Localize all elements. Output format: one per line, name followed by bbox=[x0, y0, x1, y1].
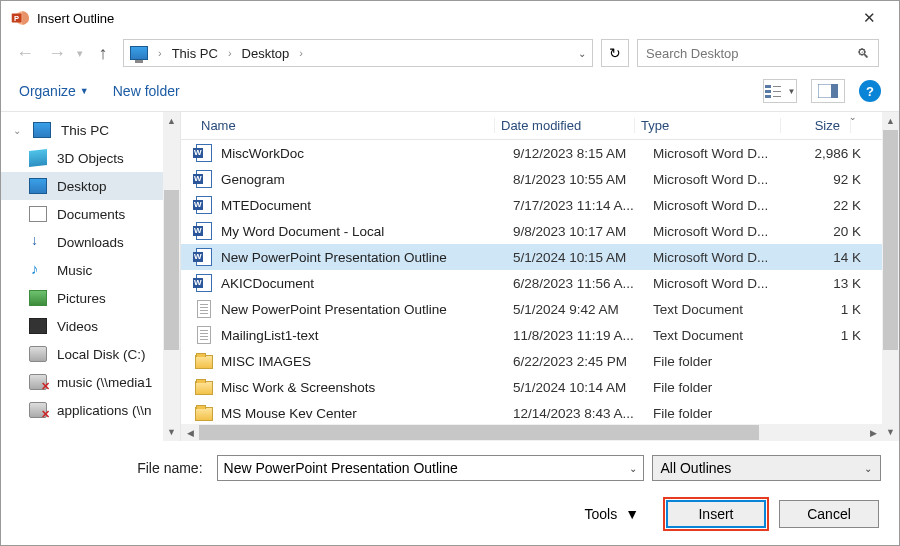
scroll-down-icon[interactable]: ▼ bbox=[167, 423, 176, 441]
nav-row: ← → ▾ ↑ › This PC › Desktop › ⌄ ↻ Search… bbox=[1, 35, 899, 71]
file-type: Microsoft Word D... bbox=[653, 198, 799, 213]
tools-menu[interactable]: Tools▼ bbox=[584, 506, 639, 522]
documents-icon bbox=[29, 206, 47, 222]
cancel-button[interactable]: Cancel bbox=[779, 500, 879, 528]
file-type: File folder bbox=[653, 406, 799, 421]
file-row[interactable]: MTEDocument7/17/2023 11:14 A...Microsoft… bbox=[181, 192, 899, 218]
chevron-down-icon: ▼ bbox=[625, 506, 639, 522]
title-bar: P Insert Outline ✕ bbox=[1, 1, 899, 35]
sidebar-item-network-music[interactable]: music (\\media1 bbox=[1, 368, 180, 396]
sidebar-item-downloads[interactable]: Downloads bbox=[1, 228, 180, 256]
insert-button[interactable]: Insert bbox=[666, 500, 766, 528]
scrollbar-thumb[interactable] bbox=[199, 425, 759, 440]
file-row[interactable]: Misc Work & Screenshots5/1/2024 10:14 AM… bbox=[181, 374, 899, 400]
recent-chevron-icon[interactable]: ▾ bbox=[77, 47, 83, 60]
file-row[interactable]: MiscWorkDoc9/12/2023 8:15 AMMicrosoft Wo… bbox=[181, 140, 899, 166]
new-folder-button[interactable]: New folder bbox=[113, 83, 180, 99]
file-name: Misc Work & Screenshots bbox=[221, 380, 513, 395]
file-name: MiscWorkDoc bbox=[221, 146, 513, 161]
powerpoint-icon: P bbox=[11, 9, 29, 27]
scrollbar-thumb[interactable] bbox=[164, 190, 179, 350]
bottom-controls: File name: New PowerPoint Presentation O… bbox=[1, 441, 899, 531]
preview-pane-button[interactable] bbox=[811, 79, 845, 103]
file-row[interactable]: AKICDocument6/28/2023 11:56 A...Microsof… bbox=[181, 270, 899, 296]
sidebar-item-network-apps[interactable]: applications (\\n bbox=[1, 396, 180, 424]
network-drive-icon bbox=[29, 374, 47, 390]
scroll-right-icon[interactable]: ▶ bbox=[864, 428, 882, 438]
file-row[interactable]: Genogram8/1/2023 10:55 AMMicrosoft Word … bbox=[181, 166, 899, 192]
file-row[interactable]: New PowerPoint Presentation Outline5/1/2… bbox=[181, 244, 899, 270]
nav-forward-button[interactable]: → bbox=[45, 43, 69, 64]
nav-back-button[interactable]: ← bbox=[13, 43, 37, 64]
text-doc-icon bbox=[195, 326, 213, 344]
column-header-date[interactable]: Date modified bbox=[495, 118, 635, 133]
sidebar-item-this-pc[interactable]: ⌄ This PC bbox=[1, 116, 180, 144]
breadcrumb-this-pc[interactable]: This PC bbox=[172, 46, 218, 61]
file-date: 8/1/2023 10:55 AM bbox=[513, 172, 653, 187]
file-type: Microsoft Word D... bbox=[653, 276, 799, 291]
sidebar-item-local-disk[interactable]: Local Disk (C:) bbox=[1, 340, 180, 368]
sidebar-item-desktop[interactable]: Desktop bbox=[1, 172, 180, 200]
sidebar-scrollbar[interactable]: ▲ ▼ bbox=[163, 112, 180, 441]
help-button[interactable]: ? bbox=[859, 80, 881, 102]
filename-input[interactable]: New PowerPoint Presentation Outline ⌄ bbox=[217, 455, 644, 481]
column-header-name[interactable]: Name bbox=[195, 118, 495, 133]
search-icon: 🔍︎ bbox=[857, 46, 870, 61]
file-row[interactable]: MS Mouse Kev Center12/14/2023 8:43 A...F… bbox=[181, 400, 899, 426]
file-date: 11/8/2023 11:19 A... bbox=[513, 328, 653, 343]
file-name: My Word Document - Local bbox=[221, 224, 513, 239]
nav-up-button[interactable]: ↑ bbox=[91, 43, 115, 64]
column-header-size[interactable]: Size bbox=[781, 118, 851, 133]
file-row[interactable]: New PowerPoint Presentation Outline5/1/2… bbox=[181, 296, 899, 322]
file-size: 1 K bbox=[799, 302, 861, 317]
svg-rect-8 bbox=[773, 96, 781, 97]
column-header-type[interactable]: Type bbox=[635, 118, 781, 133]
filename-label: File name: bbox=[19, 460, 209, 476]
close-button[interactable]: ✕ bbox=[849, 9, 889, 27]
file-type: Microsoft Word D... bbox=[653, 172, 799, 187]
svg-rect-10 bbox=[831, 84, 838, 98]
sidebar-item-3d-objects[interactable]: 3D Objects bbox=[1, 144, 180, 172]
chevron-down-icon[interactable]: ⌄ bbox=[864, 463, 872, 474]
file-row[interactable]: MISC IMAGES6/22/2023 2:45 PMFile folder bbox=[181, 348, 899, 374]
chevron-right-icon[interactable]: › bbox=[299, 47, 303, 59]
sidebar-item-label: 3D Objects bbox=[57, 151, 124, 166]
chevron-right-icon[interactable]: › bbox=[158, 47, 162, 59]
scroll-up-icon[interactable]: ▲ bbox=[167, 112, 176, 130]
file-type-filter[interactable]: All Outlines ⌄ bbox=[652, 455, 881, 481]
scroll-left-icon[interactable]: ◀ bbox=[181, 428, 199, 438]
file-row[interactable]: MailingList1-text11/8/2023 11:19 A...Tex… bbox=[181, 322, 899, 348]
scroll-down-icon[interactable]: ▼ bbox=[886, 423, 895, 441]
address-bar[interactable]: › This PC › Desktop › ⌄ bbox=[123, 39, 593, 67]
sidebar-item-label: Desktop bbox=[57, 179, 107, 194]
navigation-tree: ⌄ This PC 3D Objects Desktop Documents D… bbox=[1, 112, 181, 441]
view-options-button[interactable]: ▼ bbox=[763, 79, 797, 103]
refresh-button[interactable]: ↻ bbox=[601, 39, 629, 67]
chevron-down-icon[interactable]: ⌄ bbox=[629, 463, 637, 474]
sidebar-item-pictures[interactable]: Pictures bbox=[1, 284, 180, 312]
sidebar-item-documents[interactable]: Documents bbox=[1, 200, 180, 228]
expand-icon[interactable]: ⌄ bbox=[13, 125, 21, 136]
sidebar-item-label: Documents bbox=[57, 207, 125, 222]
organize-menu[interactable]: Organize▼ bbox=[19, 83, 89, 99]
sidebar-item-label: Downloads bbox=[57, 235, 124, 250]
address-dropdown-icon[interactable]: ⌄ bbox=[578, 48, 586, 59]
scroll-up-icon[interactable]: ▲ bbox=[886, 112, 895, 130]
file-list-vscrollbar[interactable]: ▲ ▼ bbox=[882, 112, 899, 441]
downloads-icon bbox=[29, 234, 47, 250]
file-date: 6/22/2023 2:45 PM bbox=[513, 354, 653, 369]
videos-icon bbox=[29, 318, 47, 334]
file-name: MailingList1-text bbox=[221, 328, 513, 343]
chevron-right-icon[interactable]: › bbox=[228, 47, 232, 59]
sidebar-item-videos[interactable]: Videos bbox=[1, 312, 180, 340]
breadcrumb-desktop[interactable]: Desktop bbox=[242, 46, 290, 61]
search-input[interactable]: Search Desktop 🔍︎ bbox=[637, 39, 879, 67]
file-name: MISC IMAGES bbox=[221, 354, 513, 369]
insert-highlight: Insert bbox=[663, 497, 769, 531]
sidebar-item-label: This PC bbox=[61, 123, 109, 138]
sidebar-item-music[interactable]: Music bbox=[1, 256, 180, 284]
music-icon bbox=[29, 262, 47, 278]
scrollbar-thumb[interactable] bbox=[883, 130, 898, 350]
file-row[interactable]: My Word Document - Local9/8/2023 10:17 A… bbox=[181, 218, 899, 244]
file-list-hscrollbar[interactable]: ◀ ▶ bbox=[181, 424, 882, 441]
